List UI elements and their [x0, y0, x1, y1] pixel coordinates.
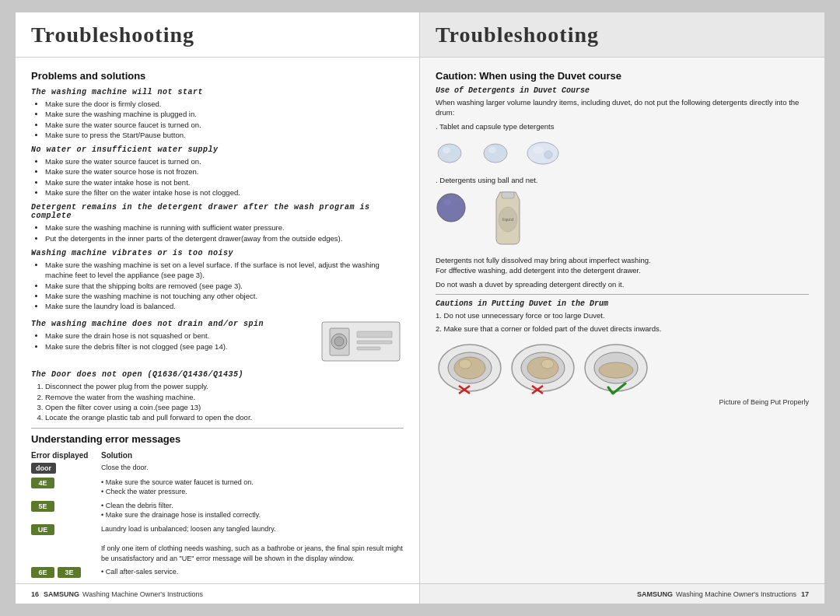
list-item: Make sure the door is firmly closed. — [45, 99, 404, 109]
detergent-capsule — [521, 138, 564, 169]
svg-point-25 — [459, 359, 471, 369]
left-page-title: Troubleshooting — [31, 23, 194, 47]
main-content: Problems and solutions The washing machi… — [16, 58, 824, 583]
error-header-row: Error displayed Solution — [31, 451, 404, 460]
svg-point-10 — [488, 147, 496, 153]
drum-img-correct — [582, 341, 650, 397]
error-row-4e: 4E • Make sure the source water faucet i… — [31, 478, 404, 497]
sub2-list: Make sure the water source faucet is tur… — [31, 156, 404, 198]
list-item: Make sure to press the Start/Pause butto… — [45, 130, 404, 140]
right-panel: Caution: When using the Duvet course Use… — [420, 58, 824, 583]
detergent-bottle-svg: liquid — [485, 188, 531, 250]
page-container: Troubleshooting Troubleshooting Problems… — [16, 12, 824, 604]
footer-left-pagenum: 16 — [31, 590, 39, 598]
svg-point-13 — [544, 151, 552, 159]
svg-rect-19 — [502, 192, 514, 198]
drum-img-wrong1 — [436, 341, 504, 397]
no-spread-text: Do not wash a duvet by spreading deterge… — [436, 279, 809, 289]
detergent-ball-1 — [436, 139, 471, 166]
error-row-6e3e: 6E 3E • Call after-sales service. — [31, 567, 404, 578]
top-headers: Troubleshooting Troubleshooting — [16, 12, 824, 58]
drum-img-wrong2 — [509, 341, 577, 397]
sub4-heading: Washing machine vibrates or is too noisy — [31, 249, 404, 257]
error-row-door: door Close the door. — [31, 463, 404, 474]
drum-svg-3 — [582, 341, 650, 395]
badge-ue-container: UE — [31, 524, 93, 535]
footer-right: SAMSUNG Washing Machine Owner's Instruct… — [420, 584, 824, 604]
drum-svg-1 — [436, 341, 504, 395]
use-detergents-heading: Use of Detergents in Duvet Course — [436, 86, 809, 95]
badge-door-container: door — [31, 463, 93, 474]
list-item: Put the detergents in the inner parts of… — [45, 233, 404, 243]
error-table: Error displayed Solution door Close the … — [31, 451, 404, 579]
list-item: Make sure the washing machine is running… — [45, 222, 404, 233]
detergent-images — [436, 138, 809, 169]
footer-left-brand: SAMSUNG — [44, 590, 79, 598]
footer-left-text: Washing Machine Owner's Instructions — [82, 590, 203, 598]
list-item: Make sure the water source faucet is tur… — [45, 156, 404, 166]
use-detergents-text: When washing larger volume laundry items… — [436, 97, 809, 118]
badge-6e3e-container: 6E 3E — [31, 567, 93, 578]
picture-label: Picture of Being Put Properly — [436, 398, 809, 406]
svg-point-9 — [484, 144, 507, 163]
footer-left: 16 SAMSUNG Washing Machine Owner's Instr… — [16, 584, 420, 604]
ue-solution: Laundry load is unbalanced; loosen any t… — [93, 524, 404, 563]
svg-rect-4 — [357, 331, 392, 338]
list-item: Open the filter cover using a coin.(see … — [45, 402, 404, 412]
caution-divider — [436, 294, 809, 295]
detergent-ball-2 — [478, 139, 513, 166]
problems-section-title: Problems and solutions — [31, 70, 404, 82]
sub3-heading: Detergent remains in the detergent drawe… — [31, 203, 404, 220]
ue-badge: UE — [31, 524, 54, 535]
sub4-list: Make sure the washing machine is set on … — [31, 260, 404, 311]
left-panel: Problems and solutions The washing machi… — [16, 58, 420, 583]
list-item: Make sure the debris filter is not clogg… — [45, 341, 312, 352]
footer: 16 SAMSUNG Washing Machine Owner's Instr… — [16, 583, 824, 604]
svg-point-30 — [527, 357, 558, 379]
svg-point-3 — [334, 337, 344, 346]
list-item: Make sure the washing machine is set on … — [45, 260, 404, 281]
section-divider — [31, 428, 404, 429]
error-row-ue: UE Laundry load is unbalanced; loosen an… — [31, 524, 404, 563]
list-item: Make sure the washing machine is plugged… — [45, 109, 404, 119]
svg-point-11 — [527, 142, 558, 164]
svg-point-12 — [533, 146, 544, 154]
sub3-list: Make sure the washing machine is running… — [31, 222, 404, 243]
svg-point-8 — [443, 147, 450, 153]
svg-point-31 — [541, 359, 554, 369]
badge-5e-container: 5E — [31, 501, 93, 512]
tablet-text: . Tablet and capsule type detergents — [436, 121, 809, 131]
sub5-heading: The washing machine does not drain and/o… — [31, 320, 312, 328]
svg-rect-5 — [357, 341, 392, 344]
header-left: Troubleshooting — [16, 12, 420, 58]
ball-net-text: . Detergents using ball and net. — [436, 175, 809, 185]
3e-badge: 3E — [58, 567, 81, 578]
drum-images-row — [436, 341, 809, 397]
svg-rect-6 — [357, 347, 380, 350]
6e3e-solution: • Call after-sales service. — [93, 567, 404, 577]
ball-net-svg — [436, 188, 478, 227]
footer-right-brand: SAMSUNG — [637, 590, 673, 598]
list-item: Make sure the water intake hose is not b… — [45, 177, 404, 187]
right-page-title: Troubleshooting — [436, 23, 599, 47]
ball-net-image-row: liquid — [436, 188, 809, 250]
drum-svg-2 — [509, 341, 577, 395]
caution-title: Caution: When using the Duvet course — [436, 70, 809, 82]
4e-solution: • Make sure the source water faucet is t… — [93, 478, 404, 497]
list-item: Make sure that the shipping bolts are re… — [45, 281, 404, 291]
error-row-5e: 5E • Clean the debris filter.• Make sure… — [31, 501, 404, 520]
5e-solution: • Clean the debris filter.• Make sure th… — [93, 501, 404, 520]
error-section-title: Understanding error messages — [31, 433, 404, 445]
list-item: Make sure the filter on the water intake… — [45, 187, 404, 198]
error-col-header: Error displayed — [31, 451, 93, 460]
list-item: Locate the orange plastic tab and pull f… — [45, 412, 404, 422]
list-item: Make sure the water source hose is not f… — [45, 166, 404, 177]
door-badge: door — [31, 463, 56, 474]
sub1-list: Make sure the door is firmly closed. Mak… — [31, 99, 404, 140]
solution-col-header: Solution — [93, 451, 404, 460]
badge-4e-container: 4E — [31, 478, 93, 488]
header-right: Troubleshooting — [420, 12, 824, 58]
svg-point-7 — [438, 144, 461, 163]
list-item: Make sure the drain hose is not squashed… — [45, 331, 312, 341]
svg-point-36 — [599, 362, 633, 378]
